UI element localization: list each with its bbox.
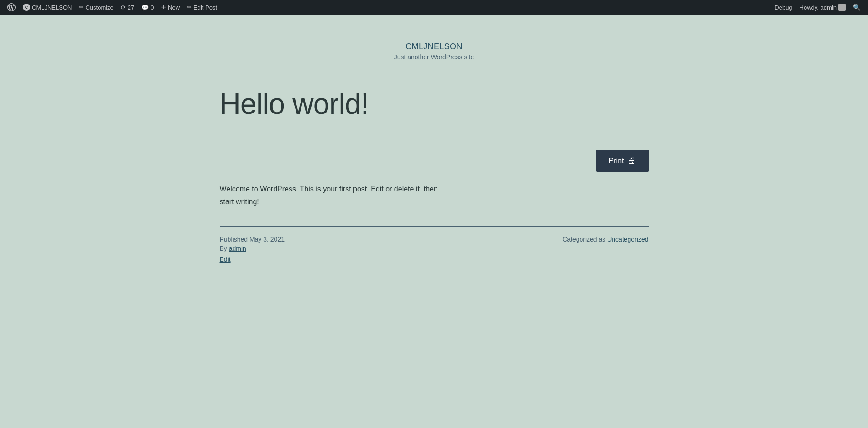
post-meta: Published May 3, 2021 By admin Edit Cate…	[220, 236, 649, 263]
category-link[interactable]: Uncategorized	[607, 236, 648, 243]
plus-icon: +	[161, 3, 166, 12]
customize-icon: ✏	[79, 4, 83, 10]
adminbar-customize[interactable]: ✏ Customize	[75, 0, 117, 15]
customize-label: Customize	[85, 4, 113, 11]
print-button-area: Print 🖨	[220, 150, 649, 172]
author-link[interactable]: admin	[229, 245, 246, 252]
adminbar-site-name[interactable]: C CMLJNELSON	[19, 0, 75, 15]
title-divider	[220, 131, 649, 131]
adminbar-user-menu[interactable]: Howdy, admin	[796, 0, 849, 15]
published-label: Published	[220, 236, 249, 243]
print-button[interactable]: Print 🖨	[596, 150, 649, 172]
author-info: By admin	[220, 245, 285, 252]
debug-label: Debug	[774, 4, 792, 11]
updates-icon: ⟳	[121, 4, 126, 11]
main-content: Hello world! Print 🖨 Welcome to WordPres…	[202, 79, 667, 290]
post-content: Welcome to WordPress. This is your first…	[220, 183, 448, 207]
adminbar-edit-post[interactable]: ✏ Edit Post	[183, 0, 221, 15]
post-title: Hello world!	[220, 88, 649, 120]
post-meta-left: Published May 3, 2021 By admin Edit	[220, 236, 285, 263]
print-label: Print	[609, 157, 624, 165]
adminbar-updates[interactable]: ⟳ 27	[117, 0, 138, 15]
site-header: CMLJNELSON Just another WordPress site	[0, 15, 868, 79]
adminbar-comments[interactable]: 💬 0	[138, 0, 157, 15]
edit-post-label: Edit Post	[193, 4, 217, 11]
printer-icon: 🖨	[628, 156, 636, 165]
admin-bar: C CMLJNELSON ✏ Customize ⟳ 27 💬 0 + New …	[0, 0, 868, 15]
edit-link[interactable]: Edit	[220, 256, 285, 263]
wp-logo-menu[interactable]	[4, 0, 19, 15]
post-meta-right: Categorized as Uncategorized	[562, 236, 648, 243]
comments-icon: 💬	[141, 4, 149, 11]
site-favicon: C	[23, 4, 30, 11]
by-label: By	[220, 245, 229, 252]
comments-count: 0	[151, 4, 154, 11]
updates-count: 27	[128, 4, 134, 11]
user-avatar	[838, 4, 846, 11]
search-icon: 🔍	[853, 4, 861, 11]
adminbar-site-name-label: CMLJNELSON	[32, 4, 72, 11]
site-tagline: Just another WordPress site	[9, 53, 859, 61]
post-body-text: Welcome to WordPress. This is your first…	[220, 183, 448, 207]
adminbar-new[interactable]: + New	[158, 0, 184, 15]
adminbar-search[interactable]: 🔍	[849, 0, 864, 15]
page-wrapper: CMLJNELSON Just another WordPress site H…	[0, 0, 868, 413]
post-footer-divider	[220, 226, 649, 227]
adminbar-debug[interactable]: Debug	[771, 0, 795, 15]
howdy-label: Howdy, admin	[800, 4, 837, 11]
categorized-label: Categorized as	[562, 236, 607, 243]
published-info: Published May 3, 2021	[220, 236, 285, 243]
edit-icon: ✏	[187, 4, 192, 10]
published-date: May 3, 2021	[249, 236, 285, 243]
site-title-link[interactable]: CMLJNELSON	[405, 42, 463, 51]
new-label: New	[168, 4, 180, 11]
